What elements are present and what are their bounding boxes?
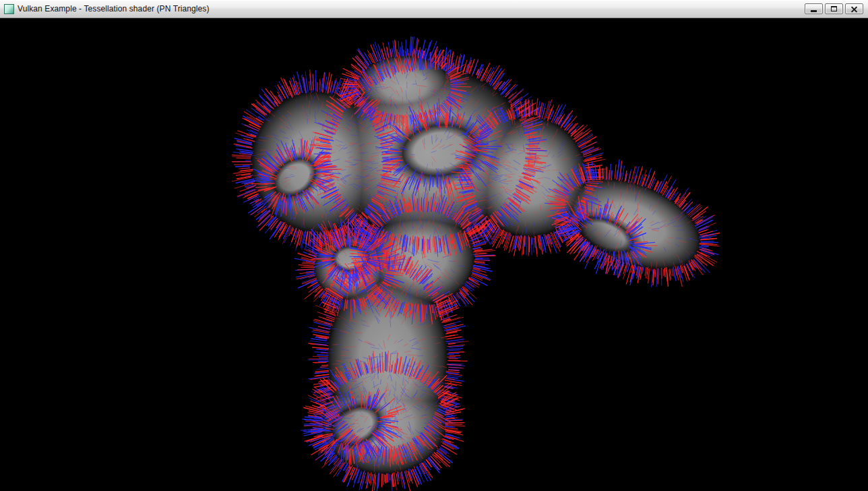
maximize-icon [831,6,837,11]
minimize-icon [811,10,817,12]
maximize-button[interactable] [825,3,843,14]
window-controls [805,3,868,14]
window-title: Vulkan Example - Tessellation shader (PN… [18,4,210,13]
minimize-button[interactable] [805,3,823,14]
titlebar[interactable]: Vulkan Example - Tessellation shader (PN… [0,0,868,18]
viewport [0,18,868,491]
app-window: Vulkan Example - Tessellation shader (PN… [0,0,868,491]
close-button[interactable] [845,3,863,14]
close-icon [850,5,858,13]
app-icon [4,4,14,14]
render-canvas[interactable] [0,18,868,491]
